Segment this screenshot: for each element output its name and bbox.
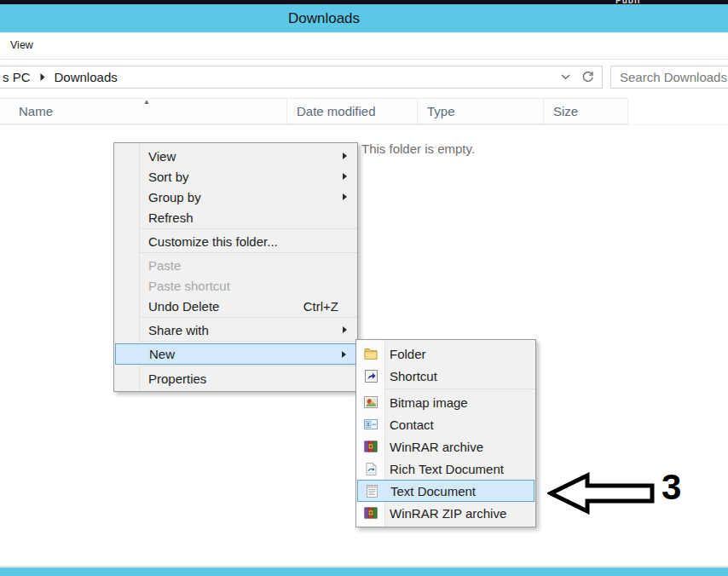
bitmap-image-icon	[356, 396, 385, 408]
context-menu-item-customize-folder[interactable]: Customize this folder...	[114, 231, 357, 251]
menu-item-label: Properties	[148, 372, 206, 386]
text-document-icon	[358, 485, 386, 498]
submenu-item-contact[interactable]: Contact	[356, 413, 535, 435]
menu-item-label: Shortcut	[390, 369, 437, 383]
empty-folder-message: This folder is empty.	[361, 141, 475, 156]
context-menu-item-undo-delete[interactable]: Undo Delete Ctrl+Z	[114, 296, 357, 316]
title-bar: Downloads	[0, 4, 728, 32]
menu-separator	[141, 228, 357, 229]
window-title: Downloads	[0, 4, 648, 32]
submenu-item-shortcut[interactable]: Shortcut	[356, 365, 535, 387]
annotation-step-number: 3	[662, 467, 681, 508]
menu-item-label: Customize this folder...	[148, 234, 278, 249]
winrar-icon	[356, 507, 385, 519]
context-menu-item-group-by[interactable]: Group by	[114, 187, 357, 207]
menu-item-label: New	[149, 347, 175, 361]
column-header-type[interactable]: Type	[418, 98, 544, 124]
menu-item-label: Paste shortcut	[148, 279, 230, 293]
submenu-item-text-document[interactable]: Text Document	[357, 480, 534, 502]
winrar-icon	[356, 441, 385, 452]
context-menu-item-properties[interactable]: Properties	[114, 368, 357, 389]
menu-separator	[386, 389, 535, 389]
menu-separator	[141, 317, 357, 318]
rich-text-icon	[356, 463, 385, 475]
submenu-arrow-icon	[343, 326, 347, 333]
contact-icon	[356, 419, 385, 429]
header-underline	[0, 124, 728, 125]
submenu-arrow-icon	[343, 173, 347, 180]
keyboard-shortcut: Ctrl+Z	[303, 299, 338, 314]
menu-view[interactable]: View	[10, 32, 33, 59]
context-menu-item-paste-shortcut: Paste shortcut	[114, 275, 357, 296]
search-input[interactable]	[610, 66, 728, 89]
menu-separator	[141, 341, 357, 342]
bottom-divider	[0, 566, 728, 567]
column-header-date-modified[interactable]: Date modified	[287, 98, 418, 124]
menu-bar: View	[0, 32, 728, 60]
menu-item-label: Contact	[390, 418, 434, 432]
address-controls	[561, 71, 602, 84]
menu-item-label: Undo Delete	[148, 299, 219, 314]
submenu-item-winrar-zip-archive[interactable]: WinRAR ZIP archive	[356, 502, 535, 524]
breadcrumb-segment-pc[interactable]: s PC	[3, 70, 31, 84]
column-header-size[interactable]: Size	[544, 98, 628, 124]
menu-item-label: Share with	[148, 323, 209, 337]
context-menu-item-sort-by[interactable]: Sort by	[114, 166, 357, 187]
context-menu: View Sort by Group by Refresh Customize …	[113, 142, 358, 392]
menu-item-label: Text Document	[390, 484, 476, 498]
address-dropdown-chevron-icon[interactable]	[561, 74, 570, 80]
annotation-arrow-icon	[547, 471, 658, 519]
submenu-arrow-icon	[343, 153, 347, 159]
menu-item-label: Bitmap image	[390, 395, 468, 410]
bottom-teal-bar	[0, 567, 728, 576]
folder-icon	[356, 348, 385, 360]
column-header-row: Name Date modified Type Size	[0, 98, 728, 124]
menu-item-label: Rich Text Document	[390, 462, 504, 476]
menu-item-label: Paste	[148, 258, 181, 273]
context-menu-item-refresh[interactable]: Refresh	[114, 207, 357, 228]
menu-separator	[141, 252, 357, 253]
menu-item-label: WinRAR ZIP archive	[390, 506, 506, 521]
submenu-item-bitmap-image[interactable]: Bitmap image	[356, 391, 535, 413]
breadcrumb-arrow-icon[interactable]	[40, 73, 45, 81]
shortcut-icon	[356, 370, 385, 383]
menu-item-label: Sort by	[148, 170, 189, 184]
context-menu-item-view[interactable]: View	[114, 146, 357, 166]
submenu-item-rich-text-document[interactable]: Rich Text Document	[356, 458, 535, 480]
context-menu-item-paste: Paste	[114, 255, 357, 275]
menu-item-label: Refresh	[148, 210, 194, 225]
address-bar[interactable]: s PC Downloads	[0, 66, 603, 89]
breadcrumb-segment-downloads[interactable]: Downloads	[55, 70, 118, 84]
context-menu-item-new[interactable]: New	[115, 343, 356, 365]
menu-item-label: Folder	[390, 347, 426, 361]
context-menu-item-share-with[interactable]: Share with	[114, 320, 357, 340]
menu-separator	[141, 366, 357, 366]
refresh-icon[interactable]	[581, 71, 594, 84]
menu-item-label: Group by	[148, 190, 201, 204]
submenu-item-folder[interactable]: Folder	[356, 343, 535, 365]
menu-item-label: View	[148, 149, 176, 164]
menu-item-label: WinRAR archive	[390, 440, 483, 454]
submenu-arrow-icon	[342, 351, 346, 358]
submenu-item-winrar-archive[interactable]: WinRAR archive	[356, 435, 535, 458]
new-submenu: Folder Shortcut Bit	[355, 339, 536, 527]
submenu-arrow-icon	[343, 193, 347, 200]
sort-ascending-icon: ▲	[143, 98, 150, 106]
explorer-window: Publi Downloads View s PC Downloads	[0, 0, 728, 576]
